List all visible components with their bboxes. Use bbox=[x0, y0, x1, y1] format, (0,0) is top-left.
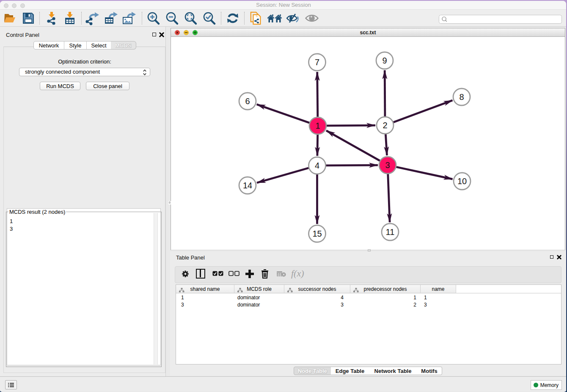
svg-text:15: 15 bbox=[312, 229, 322, 238]
svg-text:9: 9 bbox=[382, 56, 387, 65]
svg-text:11: 11 bbox=[386, 227, 395, 237]
svg-text:3: 3 bbox=[385, 160, 390, 170]
svg-text:14: 14 bbox=[243, 181, 252, 190]
svg-text:10: 10 bbox=[457, 177, 467, 186]
svg-text:8: 8 bbox=[459, 92, 464, 102]
svg-text:1: 1 bbox=[315, 121, 320, 130]
svg-text:6: 6 bbox=[245, 97, 250, 106]
svg-text:7: 7 bbox=[315, 58, 319, 67]
svg-text:2: 2 bbox=[383, 121, 387, 130]
svg-text:4: 4 bbox=[315, 161, 319, 170]
